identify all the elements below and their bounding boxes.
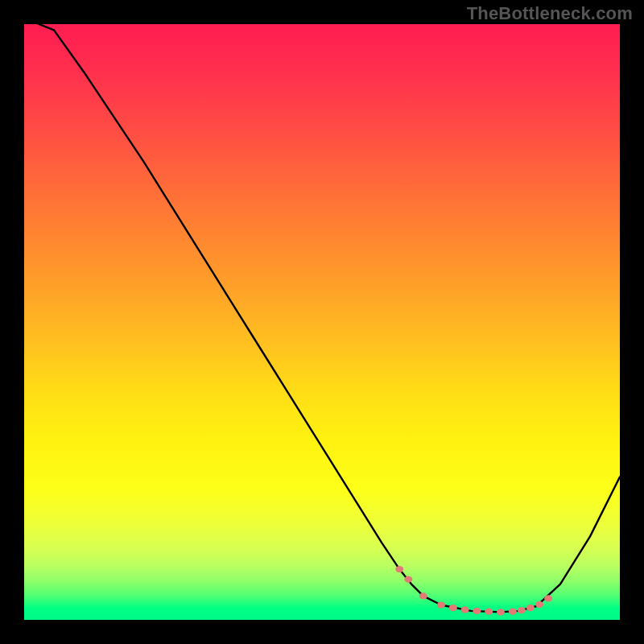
curve-marker	[535, 601, 543, 608]
curve-marker	[485, 609, 493, 615]
curve-marker	[509, 609, 517, 615]
curve-marker	[544, 595, 552, 601]
curve-marker	[518, 607, 526, 613]
chart-frame: TheBottleneck.com	[0, 0, 644, 644]
curve-marker	[473, 608, 481, 614]
curve-marker	[497, 609, 505, 615]
curve-marker	[449, 605, 457, 611]
curve-marker	[404, 576, 412, 583]
watermark-text: TheBottleneck.com	[467, 3, 633, 24]
curve-marker	[419, 592, 427, 599]
plot-area	[24, 24, 620, 620]
curve-marker	[437, 601, 445, 608]
curve-marker	[526, 605, 535, 611]
curve-marker	[395, 566, 403, 572]
curve-layer	[24, 24, 620, 620]
bottleneck-curve	[24, 19, 620, 613]
curve-marker	[461, 606, 469, 613]
